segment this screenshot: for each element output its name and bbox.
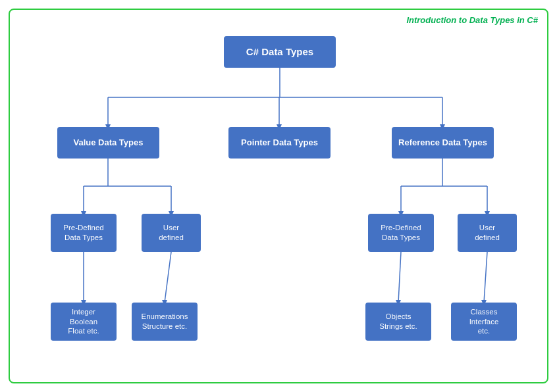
val-userdefined-node: User defined xyxy=(142,214,201,252)
ref-userdefined-node: User defined xyxy=(458,214,517,252)
svg-line-22 xyxy=(165,252,171,303)
value-label: Value Data Types xyxy=(74,137,144,149)
reference-data-types-node: Reference Data Types xyxy=(392,127,494,159)
val-predefined-node: Pre-Defined Data Types xyxy=(51,214,117,252)
diagram-container: Introduction to Data Types in C# xyxy=(9,9,548,383)
svg-line-26 xyxy=(484,252,487,303)
ref-objects-node: Objects Strings etc. xyxy=(365,303,431,341)
root-node: C# Data Types xyxy=(224,36,336,68)
reference-label: Reference Data Types xyxy=(398,137,487,149)
val-predefined-label: Pre-Defined Data Types xyxy=(63,223,103,243)
ref-predefined-node: Pre-Defined Data Types xyxy=(368,214,434,252)
ref-userdefined-label: User defined xyxy=(475,223,500,243)
val-items-label: Integer Boolean Float etc. xyxy=(68,307,99,337)
val-userdefined-label: User defined xyxy=(159,223,184,243)
value-data-types-node: Value Data Types xyxy=(57,127,159,159)
pointer-data-types-node: Pointer Data Types xyxy=(228,127,331,159)
root-label: C# Data Types xyxy=(246,45,313,59)
diagram-title: Introduction to Data Types in C# xyxy=(406,15,538,25)
ref-classes-label: Classes Interface etc. xyxy=(469,307,499,337)
val-items-node: Integer Boolean Float etc. xyxy=(51,303,117,341)
ref-classes-node: Classes Interface etc. xyxy=(451,303,517,341)
ref-objects-label: Objects Strings etc. xyxy=(379,312,417,331)
val-enums-label: Enumerations Structure etc. xyxy=(142,312,188,331)
ref-predefined-label: Pre-Defined Data Types xyxy=(381,223,421,243)
val-enums-node: Enumerations Structure etc. xyxy=(132,303,198,341)
svg-line-24 xyxy=(398,252,401,303)
pointer-label: Pointer Data Types xyxy=(241,137,318,149)
